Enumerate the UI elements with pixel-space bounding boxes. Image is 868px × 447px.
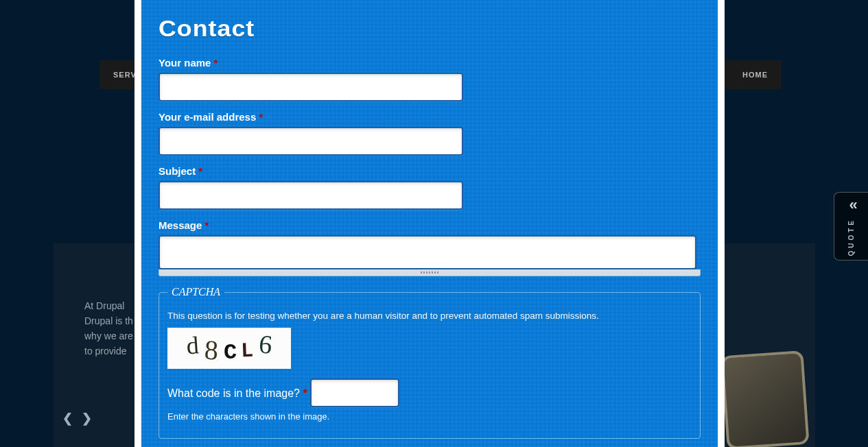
message-field-group: Message * xyxy=(159,219,701,276)
nav-item-home[interactable]: HOME xyxy=(742,71,768,79)
carousel-arrows: ❮ ❯ xyxy=(60,411,93,425)
email-input[interactable] xyxy=(159,127,463,156)
name-input[interactable] xyxy=(159,73,463,101)
contact-modal: Contact Your name * Your e-mail address … xyxy=(134,0,725,447)
carousel-next-icon[interactable]: ❯ xyxy=(80,411,93,425)
captcha-image: d 8 C L 6 xyxy=(167,328,291,369)
captcha-help-text: Enter the characters shown in the image. xyxy=(167,411,692,422)
contact-form-panel: Contact Your name * Your e-mail address … xyxy=(141,0,718,447)
captcha-char: L xyxy=(241,339,254,363)
required-marker: * xyxy=(214,57,218,69)
captcha-char: C xyxy=(224,340,235,365)
email-label-text: Your e-mail address xyxy=(159,111,259,123)
message-label-text: Message xyxy=(159,219,205,231)
required-marker: * xyxy=(198,165,202,177)
quote-slideout-tab[interactable]: « QUOTE xyxy=(834,192,868,261)
device-illustration xyxy=(720,350,809,447)
captcha-char: 8 xyxy=(204,333,219,366)
name-label: Your name * xyxy=(159,57,701,69)
required-marker: * xyxy=(259,111,263,123)
email-label: Your e-mail address * xyxy=(159,111,701,123)
required-marker: * xyxy=(303,387,307,399)
captcha-char: 6 xyxy=(257,328,273,360)
required-marker: * xyxy=(205,219,209,231)
subject-input[interactable] xyxy=(159,181,463,210)
carousel-prev-icon[interactable]: ❮ xyxy=(60,411,74,425)
quote-tab-label: QUOTE xyxy=(847,218,855,256)
chevron-left-icon: « xyxy=(849,196,853,214)
subject-label: Subject * xyxy=(159,165,701,177)
captcha-legend: CAPTCHA xyxy=(167,286,224,298)
captcha-hint: This question is for testing whether you… xyxy=(167,311,692,321)
message-label: Message * xyxy=(159,219,701,231)
email-field-group: Your e-mail address * xyxy=(159,111,701,156)
textarea-resize-handle[interactable] xyxy=(159,269,701,276)
name-field-group: Your name * xyxy=(159,57,701,101)
subject-field-group: Subject * xyxy=(159,165,701,210)
subject-label-text: Subject xyxy=(159,165,198,177)
captcha-answer-label: What code is in the image? * xyxy=(167,387,310,399)
name-label-text: Your name xyxy=(159,57,214,69)
message-textarea[interactable] xyxy=(159,235,696,269)
captcha-answer-input[interactable] xyxy=(310,378,399,407)
page-title: Contact xyxy=(159,15,718,42)
captcha-char: d xyxy=(185,330,200,360)
captcha-question-text: What code is in the image? xyxy=(167,387,303,399)
captcha-fieldset: CAPTCHA This question is for testing whe… xyxy=(159,286,701,439)
